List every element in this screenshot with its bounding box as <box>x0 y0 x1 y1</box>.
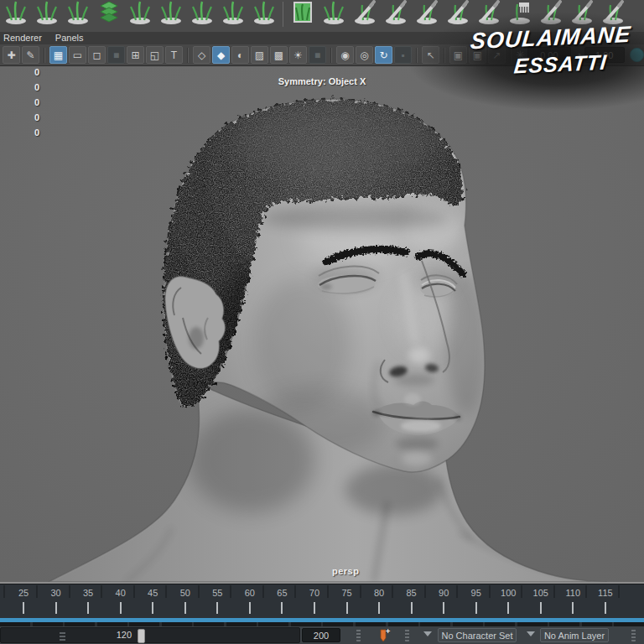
smooth-shade-icon[interactable]: ◆ <box>212 46 230 64</box>
timeline-frame-label: 100 <box>491 588 525 598</box>
perspective-viewport[interactable]: 00000 Symmetry: Object X persp <box>0 66 644 584</box>
toolbar-separator <box>416 48 418 63</box>
groom-pin-tool-icon[interactable] <box>34 0 60 25</box>
field-chart-icon[interactable]: ⊞ <box>127 46 144 64</box>
groom-brush-tool-icon[interactable] <box>351 0 378 25</box>
exposure-field[interactable]: 0.00 <box>527 47 571 63</box>
xray-joints-icon[interactable]: ▣ <box>469 46 486 64</box>
timeline-tick-mark <box>281 602 283 614</box>
shelf-separator <box>283 2 283 27</box>
xray-icon[interactable]: ▣ <box>449 46 467 64</box>
playback-end-label: 120 <box>117 630 132 640</box>
toolbar-separator <box>444 48 445 63</box>
menu-panels[interactable]: Panels <box>55 32 84 44</box>
timeline-frame-label: 45 <box>136 588 169 598</box>
isolate-select-icon[interactable]: ↖ <box>422 46 439 64</box>
timeline-tick-mark <box>507 602 509 614</box>
lights-icon[interactable]: ☀ <box>289 46 307 64</box>
wireframe-icon[interactable]: ◇ <box>193 46 210 64</box>
motion-blur-icon[interactable]: ◎ <box>356 46 373 64</box>
gamma-icon[interactable]: ◑ <box>575 49 582 61</box>
groom-pair-tool-icon[interactable] <box>65 0 91 25</box>
timeline-tick-mark <box>152 602 153 614</box>
anti-alias-icon[interactable]: ▪ <box>394 46 412 64</box>
playback-range-track[interactable]: 120 <box>0 627 300 643</box>
timeline-frame-label: 95 <box>460 588 493 598</box>
toolbar-separator <box>330 48 332 63</box>
groom-pick-tool-icon[interactable] <box>320 0 347 25</box>
range-end-handle[interactable] <box>138 629 145 643</box>
toolbar-separator <box>187 48 189 63</box>
groom-export-tool-icon[interactable] <box>251 0 278 25</box>
gate-mask-icon[interactable]: ■ <box>107 46 125 64</box>
groom-comb-tool-icon[interactable] <box>506 0 533 25</box>
timeline-tick-mark <box>378 602 380 614</box>
exposure-icon[interactable]: ✳ <box>516 49 525 61</box>
animation-end-field[interactable]: 200 <box>302 628 340 642</box>
menu-renderer[interactable]: Renderer <box>3 32 42 44</box>
anim-layer-menu-arrow-icon[interactable] <box>527 631 535 636</box>
film-gate-icon[interactable]: ▭ <box>69 46 86 64</box>
timeline-frame-label: 75 <box>330 588 364 598</box>
character-set-dropdown[interactable]: No Character Set <box>438 628 517 642</box>
maya-application-window: Renderer Panels ✚✎▦▭◻■⊞◱T◇◆◐▨▩☀■◉◎↻▪↖▣▣↗… <box>0 0 644 644</box>
splitter-grip-icon[interactable] <box>631 629 636 641</box>
grid-icon[interactable]: ▦ <box>49 46 67 64</box>
panel-menubar: Renderer Panels <box>0 32 644 44</box>
timeline-tick-mark <box>314 602 315 614</box>
range-grip-icon[interactable] <box>60 631 65 641</box>
gamma-field[interactable]: 1.00 <box>584 47 625 63</box>
groom-add-brush-icon[interactable] <box>475 0 502 25</box>
splitter-grip-icon[interactable] <box>405 629 409 641</box>
groom-clump-tool-icon[interactable] <box>189 0 216 25</box>
groom-clock-tool-icon[interactable] <box>3 0 29 25</box>
timeline-frame-label: 30 <box>39 588 73 598</box>
timeline-tick-mark <box>55 602 57 614</box>
anim-layer-dropdown[interactable]: No Anim Layer <box>540 628 609 642</box>
resolution-gate-icon[interactable]: ◻ <box>88 46 106 64</box>
timeline-frame-label: 105 <box>524 588 558 598</box>
groom-smooth-brush-icon[interactable] <box>413 0 440 25</box>
default-material-icon[interactable]: ◐ <box>231 46 249 64</box>
timeline-tick-mark <box>540 602 542 614</box>
toolbar-separator <box>44 48 45 63</box>
panel-toolbar: ✚✎▦▭◻■⊞◱T◇◆◐▨▩☀■◉◎↻▪↖▣▣↗ ✳ 0.00 ◑ 1.00 A… <box>0 44 644 66</box>
timeline-tick-mark <box>572 602 574 614</box>
poly-count-value: 0 <box>34 95 39 110</box>
auto-keyframe-icon[interactable] <box>377 628 392 642</box>
color-management-icon[interactable] <box>630 48 644 62</box>
groom-delete-tool-icon[interactable] <box>220 0 247 25</box>
timeline-cell-border <box>3 585 5 598</box>
groom-freeze-brush-icon[interactable] <box>600 0 626 25</box>
range-slider-bar: 120 200 No Character Set No Anim Layer <box>0 626 644 644</box>
timeline-frame-label: 110 <box>556 588 589 598</box>
timeline-frame-label: 60 <box>233 588 267 598</box>
splitter-grip-icon[interactable] <box>356 629 361 641</box>
checker-icon[interactable]: ▩ <box>270 46 288 64</box>
ssao-icon[interactable]: ↻ <box>375 46 392 64</box>
shadows-icon[interactable]: ■ <box>309 46 326 64</box>
timeline-tick-mark <box>443 602 444 614</box>
timeline-tick-mark <box>605 602 606 614</box>
grass-box-tool-icon[interactable] <box>289 0 316 25</box>
grease-pencil-icon[interactable]: ✎ <box>22 46 39 64</box>
region-zoom-icon[interactable]: ↗ <box>488 46 506 64</box>
groom-bend-brush-icon[interactable] <box>444 0 471 25</box>
timeline-frame-label: 25 <box>7 588 40 598</box>
timeline-frame-label: 35 <box>71 588 105 598</box>
groom-length-brush-icon[interactable] <box>538 0 564 25</box>
pan-zoom-icon[interactable]: ✚ <box>3 46 20 64</box>
groom-stack-tool-icon[interactable] <box>96 0 122 25</box>
safe-action-icon[interactable]: ◱ <box>146 46 164 64</box>
groom-scatter-brush-icon[interactable] <box>382 0 409 25</box>
occlusion-icon[interactable]: ◉ <box>336 46 354 64</box>
safe-title-icon[interactable]: T <box>165 46 183 64</box>
groom-noise-brush-icon[interactable] <box>569 0 595 25</box>
sculpted-head-model <box>0 66 644 582</box>
textured-icon[interactable]: ▨ <box>251 46 268 64</box>
groom-select-tool-icon[interactable] <box>158 0 184 25</box>
character-set-menu-arrow-icon[interactable] <box>423 631 432 636</box>
timeline-frame-label: 85 <box>395 588 428 598</box>
groom-width-tool-icon[interactable] <box>127 0 153 25</box>
time-slider[interactable]: 2530354045505560657075808590951001051101… <box>0 584 644 627</box>
